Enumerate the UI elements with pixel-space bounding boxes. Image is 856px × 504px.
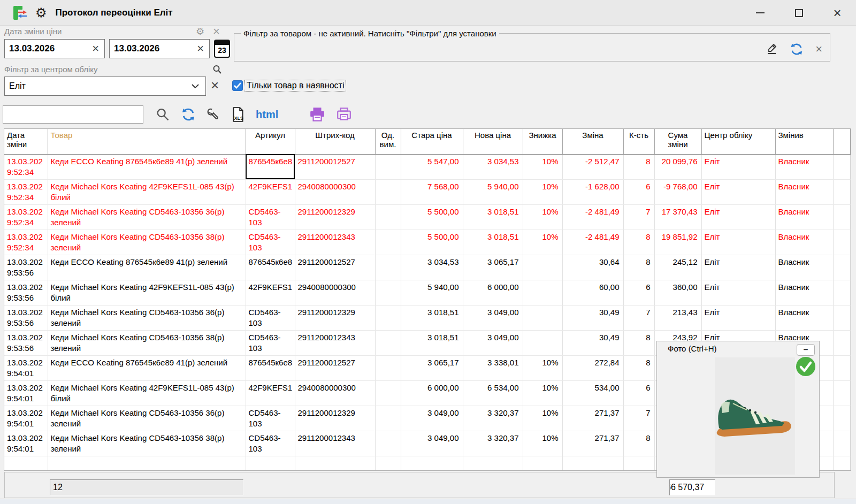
cell-new_price[interactable]: 3 049,00 <box>463 305 523 330</box>
column-header[interactable]: Змінив <box>775 129 833 154</box>
column-header[interactable]: Артикул <box>246 129 295 154</box>
cell-new_price[interactable]: 3 065,17 <box>463 255 523 280</box>
export-xls-icon[interactable]: XLS <box>231 106 245 123</box>
cell-barcode[interactable]: 2911200012527 <box>295 154 375 179</box>
cell-new_price[interactable]: 3 034,53 <box>463 154 523 179</box>
cell-discount[interactable]: 10% <box>523 179 562 204</box>
cell-sku[interactable]: 42F9KEFS1 <box>246 280 295 305</box>
table-row[interactable]: 13.03.2029:52:34Кеди Michael Kors Keatin… <box>4 230 851 255</box>
cell-discount[interactable] <box>523 330 562 355</box>
cell-qty[interactable]: 7 <box>623 305 654 330</box>
cell-barcode[interactable]: 2911200012329 <box>295 305 375 330</box>
date-filter-close-icon[interactable]: × <box>213 25 220 39</box>
cell-product[interactable]: Кеди Michael Kors Keating CD5463-10356 3… <box>48 431 246 456</box>
cell-qty[interactable]: 6 <box>623 179 654 204</box>
column-header[interactable]: Знижка <box>523 129 562 154</box>
cell-qty[interactable]: 8 <box>623 255 654 280</box>
cell-sku[interactable]: 876545к6е8 <box>246 255 295 280</box>
cell-discount[interactable] <box>523 280 562 305</box>
date-from-input[interactable]: 13.03.2026 × <box>4 39 105 58</box>
cell-discount[interactable]: 10% <box>523 355 562 380</box>
cell-center[interactable]: Еліт <box>701 255 775 280</box>
cell-new_price[interactable]: 6 000,00 <box>463 280 523 305</box>
cell-changed_by[interactable]: Власник <box>775 255 833 280</box>
cell-old_price[interactable]: 6 000,00 <box>401 380 463 406</box>
cell-discount[interactable] <box>523 305 562 330</box>
cell-sku[interactable]: CD5463-103 <box>246 330 295 355</box>
cell-new_price[interactable]: 5 940,00 <box>463 179 523 204</box>
table-row[interactable]: 13.03.2029:53:56Кеди ECCO Keating 876545… <box>4 255 851 280</box>
column-header[interactable]: Од. вим. <box>375 129 401 154</box>
cell-discount[interactable]: 10% <box>523 431 562 456</box>
cell-qty[interactable]: 8 <box>623 355 654 380</box>
cell-change[interactable]: -2 512,47 <box>562 154 623 179</box>
cell-discount[interactable]: 10% <box>523 230 562 255</box>
cell-product[interactable]: Кеди ECCO Keating 876545к6е89 41(р) зеле… <box>48 355 246 380</box>
cell-date[interactable]: 13.03.2029:53:56 <box>4 305 48 330</box>
date-to-input[interactable]: 13.03.2026 × <box>109 39 210 58</box>
cell-qty[interactable]: 8 <box>623 330 654 355</box>
cell-date[interactable]: 13.03.2029:52:34 <box>4 230 48 255</box>
cell-sku[interactable]: 42F9KEFS1 <box>246 179 295 204</box>
cell-product[interactable]: Кеди Michael Kors Keating 42F9KEFS1L-085… <box>48 380 246 406</box>
column-header[interactable]: Штрих-код <box>295 129 375 154</box>
cell-barcode[interactable]: 2940080000300 <box>295 179 375 204</box>
cell-changed_by[interactable]: Власник <box>775 280 833 305</box>
refresh-filter-icon[interactable] <box>790 42 804 56</box>
cell-new_price[interactable]: 3 320,37 <box>463 406 523 431</box>
calendar-button[interactable]: 23 <box>214 40 230 58</box>
cell-old_price[interactable]: 3 065,17 <box>401 355 463 380</box>
cell-sku[interactable]: CD5463-103 <box>246 431 295 456</box>
cell-changed_by[interactable]: Власник <box>775 230 833 255</box>
cell-sku[interactable]: CD5463-103 <box>246 406 295 431</box>
cell-sku[interactable]: 876545к6е8 <box>246 154 295 179</box>
cell-qty[interactable]: 8 <box>623 431 654 456</box>
cell-center[interactable]: Еліт <box>701 179 775 204</box>
cell-barcode[interactable]: 2911200012343 <box>295 230 375 255</box>
cell-sku[interactable]: CD5463-103 <box>246 230 295 255</box>
cell-unit[interactable] <box>375 230 401 255</box>
cell-changed_by[interactable]: Власник <box>775 179 833 204</box>
cell-qty[interactable]: 8 <box>623 154 654 179</box>
table-row[interactable]: 13.03.2029:52:34Кеди ECCO Keating 876545… <box>4 154 851 179</box>
cell-change[interactable]: 30,49 <box>562 330 623 355</box>
cell-barcode[interactable]: 2911200012329 <box>295 204 375 230</box>
cell-date[interactable]: 13.03.2029:52:34 <box>4 179 48 204</box>
stock-checkbox-label[interactable]: Тільки товар в наявності <box>244 80 346 91</box>
search-input[interactable] <box>3 105 143 124</box>
cell-barcode[interactable]: 2940080000300 <box>295 380 375 406</box>
cell-product[interactable]: Кеди Michael Kors Keating CD5463-10356 3… <box>48 305 246 330</box>
cell-sum[interactable]: 19 851,92 <box>654 230 701 255</box>
cell-sku[interactable]: CD5463-103 <box>246 305 295 330</box>
cell-unit[interactable] <box>375 204 401 230</box>
cell-old_price[interactable]: 3 018,51 <box>401 305 463 330</box>
clear-filter-icon[interactable]: × <box>815 43 822 55</box>
table-row[interactable]: 13.03.2029:53:56Кеди Michael Kors Keatin… <box>4 305 851 330</box>
table-row[interactable]: 13.03.2029:52:34Кеди Michael Kors Keatin… <box>4 179 851 204</box>
cell-barcode[interactable]: 2911200012527 <box>295 355 375 380</box>
cell-change[interactable]: 30,49 <box>562 305 623 330</box>
cell-change[interactable]: 272,84 <box>562 355 623 380</box>
cell-new_price[interactable]: 3 338,01 <box>463 355 523 380</box>
center-filter-dropdown[interactable]: Еліт <box>4 77 206 96</box>
stock-checkbox[interactable] <box>232 80 243 91</box>
cell-discount[interactable]: 10% <box>523 154 562 179</box>
cell-date[interactable]: 13.03.2029:53:56 <box>4 330 48 355</box>
cell-date[interactable]: 13.03.2029:54:01 <box>4 355 48 380</box>
cell-product[interactable]: Кеди ECCO Keating 876545к6е89 41(р) зеле… <box>48 154 246 179</box>
cell-date[interactable]: 13.03.2029:54:01 <box>4 406 48 431</box>
cell-date[interactable]: 13.03.2029:54:01 <box>4 431 48 456</box>
cell-old_price[interactable]: 5 500,00 <box>401 204 463 230</box>
cell-new_price[interactable]: 6 534,00 <box>463 380 523 406</box>
table-row[interactable]: 13.03.2029:52:34Кеди Michael Kors Keatin… <box>4 204 851 230</box>
cell-sum[interactable]: 245,12 <box>654 255 701 280</box>
cell-changed_by[interactable]: Власник <box>775 154 833 179</box>
cell-change[interactable]: 271,37 <box>562 406 623 431</box>
maximize-button[interactable] <box>791 5 807 21</box>
cell-center[interactable]: Еліт <box>701 204 775 230</box>
cell-new_price[interactable]: 3 049,00 <box>463 330 523 355</box>
date-filter-gear-icon[interactable]: ⚙ <box>196 26 204 37</box>
cell-old_price[interactable]: 3 049,00 <box>401 431 463 456</box>
cell-old_price[interactable]: 3 018,51 <box>401 330 463 355</box>
settings-gear-icon[interactable]: ⚙ <box>35 6 47 19</box>
